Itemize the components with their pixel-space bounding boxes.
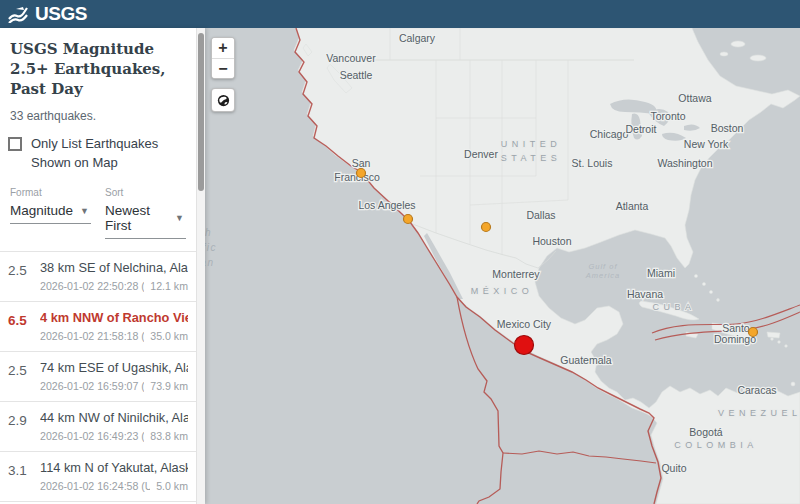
island-puerto-rico xyxy=(767,332,780,338)
map-city-label: Miami xyxy=(647,267,675,279)
map-ocean-label: North xyxy=(205,227,212,238)
sort-label: Sort xyxy=(105,187,186,198)
map-ocean-label: Ocean xyxy=(205,257,214,268)
map-region-label: COLOMBIA xyxy=(674,440,758,450)
event-time: 2026-01-02 22:50:28 (UTC+0… xyxy=(40,280,144,292)
event-body: 4 km NNW of Rancho Viejo, … 2026-01-02 2… xyxy=(40,310,188,342)
earthquake-marker-orange[interactable] xyxy=(749,328,758,337)
event-depth: 83.8 km xyxy=(150,430,188,442)
only-list-shown-checkbox[interactable] xyxy=(8,137,22,151)
zoom-in-button[interactable]: + xyxy=(212,38,234,58)
event-magnitude: 3.1 xyxy=(8,460,40,492)
map-city-label: Washington xyxy=(657,157,712,169)
map-city-label: Dallas xyxy=(526,209,555,221)
map-region-label: MÉXICO xyxy=(471,286,534,296)
earthquake-list-item[interactable]: 6.5 4 km NNW of Rancho Viejo, … 2026-01-… xyxy=(0,302,196,352)
earthquake-list-item[interactable]: 3.1 114 km N of Yakutat, Alaska 2026-01-… xyxy=(0,452,196,502)
earthquake-marker-red[interactable] xyxy=(515,336,534,355)
zoom-out-button[interactable]: − xyxy=(212,58,234,78)
only-list-shown-label: Only List Earthquakes Shown on Map xyxy=(31,135,188,173)
event-title: 4 km NNW of Rancho Viejo, … xyxy=(40,310,188,326)
map-ocean-label: Pacific xyxy=(205,242,217,253)
chevron-down-icon: ▼ xyxy=(80,206,89,216)
event-meta: 2026-01-02 21:58:18 (UTC+0… 35.0 km xyxy=(40,330,188,342)
event-depth: 12.1 km xyxy=(150,280,188,292)
usgs-wave-icon xyxy=(8,6,32,23)
event-time: 2026-01-02 16:59:07 (UTC+0… xyxy=(40,380,144,392)
map-city-label: Vancouver xyxy=(326,52,376,64)
map-city-label: Caracas xyxy=(737,384,776,396)
map-city-label: Mexico City xyxy=(497,318,552,330)
map-city-label: St. Louis xyxy=(572,157,613,169)
earthquake-count: 33 earthquakes. xyxy=(0,99,196,123)
event-meta: 2026-01-02 16:59:07 (UTC+0… 73.9 km xyxy=(40,380,188,392)
map-city-label: Toronto xyxy=(650,110,685,122)
usgs-logo[interactable]: USGS xyxy=(8,3,87,25)
event-depth: 5.0 km xyxy=(156,480,188,492)
sort-value: Newest First xyxy=(105,203,175,233)
map-region-label: CUBA xyxy=(652,302,695,312)
sidebar-scrollbar[interactable] xyxy=(196,28,205,504)
map-city-label: Denver xyxy=(464,148,498,160)
event-title: 44 km NW of Ninilchik, Alaska xyxy=(40,410,188,426)
map-water-label: Gulf of xyxy=(588,262,617,271)
map-city-label: Quito xyxy=(661,462,686,474)
event-depth: 73.9 km xyxy=(150,380,188,392)
app-header: USGS xyxy=(0,0,800,28)
map-region-label: UNITED xyxy=(501,139,562,149)
map-city-label: San xyxy=(352,157,371,169)
event-magnitude: 2.9 xyxy=(8,410,40,442)
format-select[interactable]: Magnitude ▼ xyxy=(10,201,91,224)
map-city-label: Seattle xyxy=(340,69,373,81)
earthquake-marker-orange[interactable] xyxy=(482,223,491,232)
event-meta: 2026-01-02 16:24:58 (UTC+08… 5.0 km xyxy=(40,480,188,492)
event-meta: 2026-01-02 16:49:23 (UTC+0… 83.8 km xyxy=(40,430,188,442)
map-city-label: Havana xyxy=(627,288,663,300)
map-city-label: Los Angeles xyxy=(358,199,415,211)
format-value: Magnitude xyxy=(10,203,73,218)
event-time: 2026-01-02 16:49:23 (UTC+0… xyxy=(40,430,144,442)
usgs-earthquakes-app: USGS USGS Magnitude 2.5+ Earthquakes, Pa… xyxy=(0,0,800,504)
format-select-group: Format Magnitude ▼ xyxy=(10,187,91,239)
event-magnitude: 2.5 xyxy=(8,360,40,392)
earthquake-list: 2.5 38 km SE of Nelchina, Alaska 2026-01… xyxy=(0,251,196,504)
map-city-label: Monterrey xyxy=(492,268,540,280)
sort-select-group: Sort Newest First ▼ xyxy=(105,187,186,239)
map-city-label: New York xyxy=(684,138,729,150)
map-zoom-control: + − xyxy=(211,37,235,79)
map[interactable]: UNITEDSTATESMÉXICOCUBAVENEZUELACOLOMBIAN… xyxy=(205,28,800,504)
earthquake-marker-orange[interactable] xyxy=(404,215,413,224)
panel-title: USGS Magnitude 2.5+ Earthquakes, Past Da… xyxy=(0,28,196,99)
map-region-label: STATES xyxy=(501,153,562,163)
event-body: 74 km ESE of Ugashik, Alaska 2026-01-02 … xyxy=(40,360,188,392)
globe-view-button[interactable] xyxy=(211,88,235,112)
list-controls: Format Magnitude ▼ Sort Newest First ▼ xyxy=(0,173,196,239)
usgs-logo-text: USGS xyxy=(35,3,87,25)
map-city-label: Chicago xyxy=(590,128,629,140)
map-region-label: VENEZUELA xyxy=(718,408,800,418)
earthquake-list-item[interactable]: 2.5 74 km ESE of Ugashik, Alaska 2026-01… xyxy=(0,352,196,402)
only-list-shown-checkbox-row[interactable]: Only List Earthquakes Shown on Map xyxy=(0,123,196,173)
earthquake-list-item[interactable]: 2.5 38 km SE of Nelchina, Alaska 2026-01… xyxy=(0,252,196,302)
map-city-label: Calgary xyxy=(399,32,436,44)
map-canvas[interactable]: UNITEDSTATESMÉXICOCUBAVENEZUELACOLOMBIAN… xyxy=(205,28,800,504)
event-meta: 2026-01-02 22:50:28 (UTC+0… 12.1 km xyxy=(40,280,188,292)
map-city-label: Houston xyxy=(532,235,571,247)
format-label: Format xyxy=(10,187,91,198)
sidebar-scrollbar-thumb[interactable] xyxy=(198,33,204,191)
earthquake-list-item[interactable]: 2.9 44 km NW of Ninilchik, Alaska 2026-0… xyxy=(0,402,196,452)
event-body: 38 km SE of Nelchina, Alaska 2026-01-02 … xyxy=(40,260,188,292)
map-city-label: Bogotá xyxy=(689,426,722,438)
chevron-down-icon: ▼ xyxy=(175,213,184,223)
event-body: 114 km N of Yakutat, Alaska 2026-01-02 1… xyxy=(40,460,188,492)
sort-select[interactable]: Newest First ▼ xyxy=(105,201,186,239)
event-title: 74 km ESE of Ugashik, Alaska xyxy=(40,360,188,376)
globe-icon xyxy=(216,93,231,108)
map-city-label: Guatemala xyxy=(560,354,612,366)
event-magnitude: 6.5 xyxy=(8,310,40,342)
earthquake-list-panel: USGS Magnitude 2.5+ Earthquakes, Past Da… xyxy=(0,28,205,504)
event-title: 38 km SE of Nelchina, Alaska xyxy=(40,260,188,276)
earthquake-marker-orange[interactable] xyxy=(357,169,366,178)
event-magnitude: 2.5 xyxy=(8,260,40,292)
event-time: 2026-01-02 21:58:18 (UTC+0… xyxy=(40,330,144,342)
